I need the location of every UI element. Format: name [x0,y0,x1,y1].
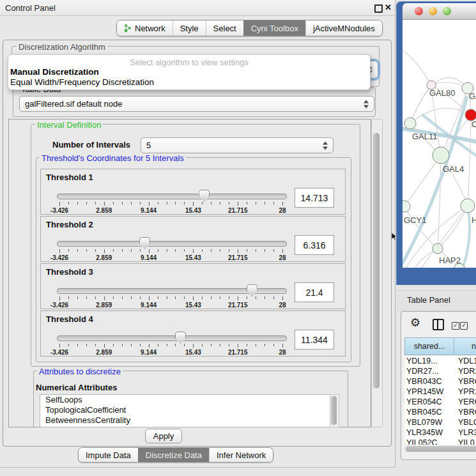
tick-mark [149,202,150,206]
tick-label: 15.43 [185,302,201,309]
settings-vertical-scrollbar[interactable] [371,119,383,427]
popup-option-equal-width[interactable]: Equal Width/Frequency Discretization [10,77,154,87]
tick-mark [167,249,167,252]
attributes-group-label: Attributes to discretize [37,367,123,376]
table-horizontal-scrollbar[interactable] [404,445,476,453]
network-edge[interactable] [468,115,471,206]
tab-jactivemnodules[interactable]: jActiveMNodules [305,20,382,36]
cell-name: YDL1 [456,356,476,366]
float-window-icon[interactable] [374,4,383,13]
cell-shared-name: YBR043C [404,376,456,387]
network-edge[interactable] [404,155,441,206]
slider-scale: -3.4262.8599.14415.4321.71528 [59,349,283,357]
attributes-list-scrollbar[interactable] [330,394,339,427]
threshold-value-field[interactable]: 14.713 [295,188,334,208]
apply-button[interactable]: Apply [145,429,182,443]
tick-mark [220,202,220,204]
table-data-combobox[interactable]: galFiltered.sif default node [19,96,374,112]
tab-network[interactable]: Network [117,20,173,36]
attribute-list-item[interactable]: BetweennessCentrality [40,415,330,426]
slider-thumb[interactable] [175,332,186,344]
tick-mark [113,296,114,299]
tick-mark [211,296,211,299]
table-row[interactable]: YER054CYERO [404,397,476,407]
slider-ticks [59,344,283,348]
tick-label: 21.715 [228,302,248,309]
network-view-window: GAL80GACGAL11GAL4GCY1HHAP2 [396,1,476,285]
table-row[interactable]: YDL19...YDL1 [404,356,476,366]
close-icon[interactable]: ✕ [385,3,392,12]
slider-thumb[interactable] [199,190,210,202]
tick-mark [104,202,105,206]
attribute-list-item[interactable]: SelfLoops [40,395,330,405]
close-traffic-light[interactable] [415,7,423,15]
checkbox-icon[interactable]: ✓ [452,322,459,330]
tab-select[interactable]: Select [206,20,243,36]
tick-mark [59,202,60,206]
network-canvas[interactable]: GAL80GACGAL11GAL4GCY1HHAP2 [403,20,476,268]
table-panel-titlebar[interactable]: Table Panel [396,290,476,311]
threshold-value-field[interactable]: 6.316 [295,235,334,255]
zoom-traffic-light[interactable] [443,7,451,15]
tab-discretize-data[interactable]: Discretize Data [138,448,209,462]
network-edge[interactable] [438,155,441,249]
threshold-1-slider[interactable]: -3.4262.8599.14415.4321.71528 [57,187,287,214]
threshold-2-slider[interactable]: -3.4262.8599.14415.4321.71528 [57,234,287,261]
columns-icon[interactable] [433,319,444,330]
threshold-3-slider[interactable]: -3.4262.8599.14415.4321.71528 [57,282,287,309]
column-header-name[interactable]: na [454,337,476,355]
threshold-value-field[interactable]: 11.344 [295,330,334,349]
tab-cyni-toolbox[interactable]: Cyni Toolbox [243,20,305,36]
numerical-attributes-list[interactable]: SelfLoopsTopologicalCoefficientBetweenne… [40,394,330,427]
tick-mark [256,202,256,204]
tab-impute-data[interactable]: Impute Data [79,448,138,462]
tab-infer-network[interactable]: Infer Network [209,448,273,462]
network-window-titlebar[interactable] [403,3,476,20]
tick-mark [282,249,283,253]
threshold-label: Threshold 4 [46,314,93,324]
network-node[interactable] [404,118,416,129]
cell-shared-name: YPR145W [404,387,456,397]
table-row[interactable]: YBR045CYBRO [404,407,476,417]
table-panel-title: Table Panel [407,295,450,305]
slider-track[interactable] [57,194,287,199]
table-row[interactable]: YBL079WYBLO [404,417,476,427]
column-header-shared[interactable]: shared... [404,337,454,355]
table-row[interactable]: YLR345WYLR3 [404,427,476,438]
tab-style[interactable]: Style [173,20,206,36]
tick-mark [184,249,185,252]
slider-thumb[interactable] [139,237,150,249]
tick-mark [202,296,203,299]
network-node[interactable] [461,199,475,213]
tick-mark [273,344,274,346]
table-row[interactable]: YBR043CYBRO [404,376,476,387]
table-row[interactable]: YPR145WYPR1 [404,387,476,397]
tick-mark [140,249,141,252]
control-panel-titlebar[interactable]: Control Panel ✕ [0,0,395,16]
minimize-traffic-light[interactable] [429,7,437,15]
scrollbar-thumb[interactable] [406,446,476,452]
threshold-value-field[interactable]: 21.4 [295,282,334,302]
number-of-intervals-combobox[interactable]: 5 [141,137,334,153]
scrollbar-thumb[interactable] [331,396,337,425]
network-node[interactable] [403,201,410,212]
table-row[interactable]: YIL052CYIL0 [404,438,476,445]
network-node-label: H [472,215,476,225]
table-row[interactable]: YDR27...YDR2 [404,366,476,376]
network-node[interactable] [433,243,443,254]
tick-label: 28 [279,254,286,261]
network-edge[interactable] [403,50,431,85]
attribute-list-item[interactable]: TopologicalCoefficient [40,405,330,415]
tick-mark [220,296,220,299]
slider-thumb[interactable] [247,284,257,296]
slider-track[interactable] [57,241,287,247]
checkbox-icon[interactable]: ✓ [460,322,468,330]
tick-mark [273,296,274,299]
scrollbar-thumb[interactable] [373,133,380,388]
popup-option-manual[interactable]: Manual Discretization [10,67,99,77]
tick-mark [59,344,60,348]
slider-track[interactable] [57,335,287,341]
threshold-4-slider[interactable]: -3.4262.8599.14415.4321.71528 [57,329,287,356]
gear-icon[interactable]: ⚙ [410,316,420,330]
network-node[interactable] [433,147,449,164]
